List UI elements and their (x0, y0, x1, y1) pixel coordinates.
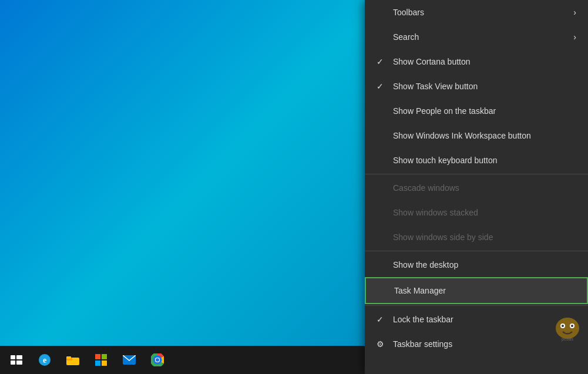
svg-rect-9 (95, 354, 100, 359)
menu-item-stacked: Show windows stacked (365, 200, 588, 225)
svg-text:pcuals: pcuals (562, 337, 574, 342)
menu-item-show-people[interactable]: Show People on the taskbar (365, 99, 588, 123)
watermark: pcuals (550, 315, 585, 342)
store-taskbar-icon[interactable] (88, 347, 114, 373)
menu-item-side-by-side: Show windows side by side (365, 225, 588, 250)
desktop-checkmark (377, 260, 388, 269)
separator-1 (365, 174, 588, 174)
show-desktop-label: Show the desktop (393, 260, 458, 269)
svg-point-23 (562, 325, 564, 327)
task-view-label: Show Task View button (393, 82, 478, 91)
taskbar-settings-label: Taskbar settings (393, 339, 452, 349)
stacked-label: Show windows stacked (393, 208, 478, 217)
svg-rect-10 (102, 354, 107, 359)
task-view-button[interactable] (4, 347, 29, 373)
cortana-label: Show Cortana button (393, 57, 471, 66)
search-label: Search (393, 32, 419, 42)
svg-rect-1 (16, 355, 22, 359)
toolbars-label: Toolbars (393, 8, 424, 17)
svg-text:e: e (43, 356, 46, 365)
separator-2 (365, 251, 588, 251)
side-by-side-label: Show windows side by side (393, 233, 493, 242)
menu-item-show-desktop[interactable]: Show the desktop (365, 252, 588, 277)
svg-point-24 (571, 325, 573, 327)
cascade-label: Cascade windows (393, 183, 459, 193)
cascade-checkmark (377, 183, 388, 193)
gear-icon: ⚙ (377, 339, 388, 349)
menu-item-task-manager[interactable]: Task Manager (365, 277, 588, 304)
search-arrow: › (573, 32, 576, 42)
svg-point-20 (556, 318, 579, 339)
lock-taskbar-label: Lock the taskbar (393, 315, 453, 324)
people-checkmark (377, 106, 388, 116)
search-checkmark (377, 32, 388, 42)
side-by-side-checkmark (377, 233, 388, 242)
people-label: Show People on the taskbar (393, 106, 496, 116)
svg-rect-8 (66, 356, 71, 359)
menu-item-show-touch-keyboard[interactable]: Show touch keyboard button (365, 148, 588, 173)
menu-item-toolbars[interactable]: Toolbars › (365, 0, 588, 25)
file-explorer-taskbar-icon[interactable] (60, 347, 86, 373)
menu-item-search[interactable]: Search › (365, 25, 588, 49)
mail-taskbar-icon[interactable] (116, 347, 142, 373)
svg-rect-11 (95, 360, 100, 366)
svg-rect-3 (16, 360, 22, 365)
stacked-checkmark (377, 208, 388, 217)
svg-rect-2 (11, 360, 15, 365)
edge-taskbar-icon[interactable]: e (32, 347, 58, 373)
task-view-checkmark: ✓ (377, 82, 388, 91)
ink-label: Show Windows Ink Workspace button (393, 131, 531, 140)
touch-keyboard-checkmark (377, 156, 388, 165)
menu-item-show-cortana[interactable]: ✓ Show Cortana button (365, 49, 588, 74)
chrome-taskbar-icon[interactable] (145, 347, 170, 373)
separator-3 (365, 305, 588, 306)
task-manager-checkmark (378, 286, 389, 295)
ink-checkmark (377, 131, 388, 140)
touch-keyboard-label: Show touch keyboard button (393, 156, 497, 165)
menu-item-show-task-view[interactable]: ✓ Show Task View button (365, 74, 588, 99)
toolbars-arrow: › (573, 8, 576, 17)
menu-item-show-ink[interactable]: Show Windows Ink Workspace button (365, 123, 588, 148)
svg-rect-12 (102, 360, 107, 366)
lock-taskbar-checkmark: ✓ (377, 315, 388, 324)
menu-item-cascade: Cascade windows (365, 176, 588, 200)
svg-point-19 (156, 358, 159, 362)
svg-rect-0 (11, 355, 15, 359)
cortana-checkmark: ✓ (377, 57, 388, 66)
toolbars-checkmark (377, 8, 388, 17)
task-manager-label: Task Manager (394, 286, 446, 295)
